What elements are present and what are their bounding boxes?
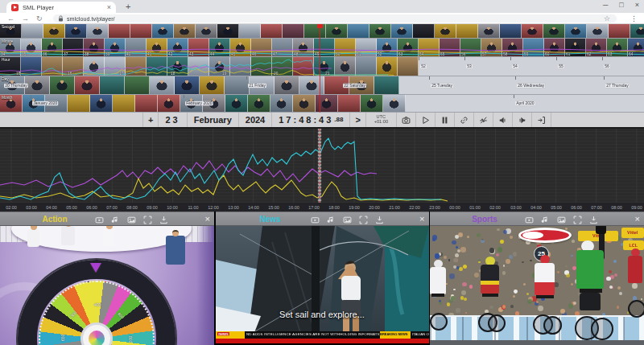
timeline-thumbnail[interactable]: 63 [607, 39, 628, 56]
window-maximize-button[interactable]: □ [619, 1, 623, 9]
timeline-thumbnail[interactable] [299, 76, 324, 94]
timeline-thumbnail[interactable] [270, 95, 293, 112]
timeline-thumbnail[interactable]: 59 [523, 39, 544, 56]
signal-button[interactable] [474, 113, 493, 127]
timeline-thumbnail[interactable]: 48 [293, 39, 314, 56]
audio-in-button[interactable] [493, 113, 513, 127]
timeline-thumbnail[interactable] [565, 24, 587, 38]
time-axis[interactable]: 02:0003:0004:0005:0006:0007:0008:0009:00… [0, 203, 644, 212]
timeline-thumbnail[interactable] [126, 57, 147, 76]
timeline-thumbnail[interactable] [68, 95, 90, 112]
timeline-row-month[interactable]: MonthJanuary 2020February 2020April 2020 [0, 95, 644, 113]
timeline-thumbnail[interactable]: 64 [628, 39, 644, 56]
timeline-row-day[interactable]: Day20 Thursday21 Friday22 Saturday25 Tue… [0, 76, 644, 95]
timeline-thumbnail[interactable]: 43 [188, 39, 209, 56]
timeline-thumbnail[interactable] [391, 24, 413, 38]
timeline-thumbnail[interactable] [456, 24, 478, 38]
bookmark-star-icon[interactable]: ☆ [604, 14, 610, 23]
timeline-thumbnail[interactable]: 45 [230, 39, 251, 56]
timeline-thumbnail[interactable] [522, 24, 543, 38]
timeline-thumbnail[interactable]: 62 [586, 39, 607, 56]
forward-icon[interactable]: → [22, 14, 29, 23]
timeline-thumbnail[interactable] [275, 76, 299, 94]
timeline-thumbnail[interactable]: 56 [460, 39, 481, 56]
timeline-thumbnail[interactable] [435, 24, 456, 38]
timeline-thumbnail[interactable] [130, 24, 152, 38]
timeline-thumbnail[interactable]: 46 [251, 39, 272, 56]
video-track-icon[interactable] [311, 216, 320, 224]
timeline-thumbnail[interactable] [369, 24, 391, 38]
timeline-thumbnail[interactable] [42, 57, 63, 76]
timeline-thumbnail[interactable] [609, 24, 630, 38]
audio-track-icon[interactable] [111, 216, 120, 224]
news-video[interactable]: Set sail and explore... news ND ADDS INT… [216, 226, 429, 345]
timeline-thumbnail[interactable] [335, 57, 356, 76]
date-month-field[interactable]: February [188, 113, 239, 127]
audio-track-icon[interactable] [541, 216, 550, 224]
timeline-thumbnail[interactable]: 39 [105, 39, 126, 56]
timeline-thumbnail[interactable] [217, 24, 239, 38]
download-icon[interactable] [159, 216, 168, 224]
timeline-thumbnail[interactable] [90, 95, 113, 112]
timeline-thumbnail[interactable] [630, 24, 644, 38]
sports-video[interactable]: 25 Vittel Vittel LCL [430, 226, 644, 345]
timeline[interactable]: Second3435363738394041424344454647484950… [0, 24, 644, 113]
timeline-thumbnail[interactable] [65, 24, 87, 38]
signal-graph[interactable] [0, 129, 644, 203]
timeline-thumbnail[interactable]: 44 [209, 39, 230, 56]
timeline-thumbnail[interactable] [75, 76, 100, 94]
timeline-thumbnail[interactable] [374, 76, 399, 94]
timeline-thumbnail[interactable] [87, 24, 109, 38]
audio-track-icon[interactable] [327, 216, 336, 224]
timeline-thumbnail[interactable] [293, 57, 314, 76]
timeline-row-hour[interactable]: Hour151617181920215253545556 [0, 57, 644, 76]
timeline-thumbnail[interactable]: 42 [167, 39, 188, 56]
fullscreen-icon[interactable] [143, 216, 152, 224]
timeline-thumbnail[interactable]: 47 [272, 39, 293, 56]
timeline-thumbnail[interactable] [200, 76, 225, 94]
new-tab-button[interactable]: + [126, 2, 130, 11]
window-minimize-button[interactable]: ─ [603, 1, 608, 9]
timeline-thumbnail[interactable]: 49 [314, 39, 335, 56]
timeline-thumbnail[interactable] [175, 76, 200, 94]
link-button[interactable] [455, 113, 474, 127]
fullscreen-icon[interactable] [359, 216, 368, 224]
time-field[interactable]: 17:48:43.88 [272, 113, 350, 127]
snapshot-icon[interactable] [343, 216, 352, 224]
timeline-thumbnail[interactable]: 53 [398, 39, 419, 56]
timeline-thumbnail[interactable] [348, 24, 369, 38]
timeline-thumbnail[interactable] [251, 57, 272, 76]
timeline-thumbnail[interactable] [356, 57, 377, 76]
download-icon[interactable] [589, 216, 598, 224]
timeline-thumbnail[interactable]: 51 [356, 39, 377, 56]
timeline-thumbnail[interactable] [22, 24, 43, 38]
timeline-thumbnail[interactable] [50, 76, 75, 94]
timeline-thumbnail[interactable]: 60 [544, 39, 565, 56]
back-icon[interactable]: ← [7, 14, 14, 23]
timeline-thumbnail[interactable] [248, 95, 270, 112]
timeline-thumbnail[interactable] [377, 57, 398, 76]
timeline-thumbnail[interactable] [43, 24, 65, 38]
exit-button[interactable] [532, 113, 551, 127]
timeline-thumbnail[interactable] [326, 24, 348, 38]
timeline-thumbnail[interactable]: 36 [42, 39, 63, 56]
timeline-thumbnail[interactable]: 38 [84, 39, 105, 56]
reload-icon[interactable]: ↻ [36, 14, 43, 23]
timeline-thumbnail[interactable] [478, 24, 500, 38]
timeline-thumbnail[interactable] [230, 57, 251, 76]
timeline-thumbnail[interactable] [125, 76, 150, 94]
timeline-thumbnail[interactable] [225, 95, 248, 112]
timeline-thumbnail[interactable] [25, 76, 50, 94]
timeline-thumbnail[interactable] [109, 24, 130, 38]
pause-button[interactable] [436, 113, 455, 127]
timeline-thumbnail[interactable] [147, 57, 167, 76]
timeline-thumbnail[interactable]: 41 [147, 39, 167, 56]
download-icon[interactable] [375, 216, 384, 224]
timeline-thumbnail[interactable] [293, 95, 316, 112]
timeline-thumbnail[interactable]: 52 [377, 39, 398, 56]
tab-close-icon[interactable]: × [107, 4, 111, 11]
step-back-button[interactable]: + [143, 113, 159, 127]
timeline-thumbnail[interactable]: 58 [502, 39, 523, 56]
timeline-thumbnail[interactable] [100, 76, 125, 94]
timeline-thumbnail[interactable] [84, 57, 105, 76]
